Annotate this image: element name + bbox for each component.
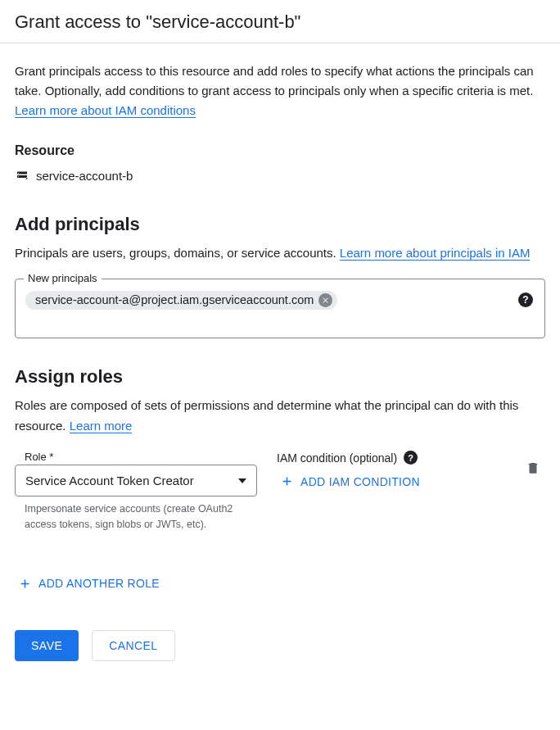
trash-icon: [526, 460, 540, 475]
intro-paragraph: Grant principals access to this resource…: [15, 61, 545, 120]
plus-icon: [18, 577, 32, 591]
learn-more-principals-link[interactable]: Learn more about principals in IAM: [340, 246, 531, 261]
add-condition-label: ADD IAM CONDITION: [300, 475, 420, 488]
role-select-column: Role * Service Account Token Creator Imp…: [15, 451, 257, 533]
condition-label-row: IAM condition (optional) ?: [277, 451, 506, 465]
resource-row: service-account-b: [15, 168, 545, 183]
role-helper-text: Impersonate service accounts (create OAu…: [15, 496, 257, 533]
condition-label: IAM condition (optional): [277, 451, 397, 465]
resource-name: service-account-b: [36, 169, 133, 183]
roles-heading: Assign roles: [15, 366, 545, 388]
learn-more-conditions-link[interactable]: Learn more about IAM conditions: [15, 103, 196, 118]
delete-column: [526, 451, 545, 478]
role-assignment-row: Role * Service Account Token Creator Imp…: [15, 451, 545, 533]
chevron-down-icon: [238, 478, 246, 483]
condition-column: IAM condition (optional) ? ADD IAM CONDI…: [277, 451, 506, 493]
add-another-role-button[interactable]: ADD ANOTHER ROLE: [15, 572, 163, 596]
remove-chip-button[interactable]: [318, 293, 332, 307]
new-principals-label: New principals: [24, 272, 102, 284]
principals-description: Principals are users, groups, domains, o…: [15, 243, 545, 264]
footer-actions: SAVE CANCEL: [15, 630, 545, 661]
roles-description: Roles are composed of sets of permission…: [15, 396, 545, 437]
add-iam-condition-button[interactable]: ADD IAM CONDITION: [277, 469, 423, 493]
dialog-title: Grant access to "service-account-b": [15, 11, 545, 33]
add-another-role-label: ADD ANOTHER ROLE: [38, 577, 160, 590]
principals-help-button[interactable]: ?: [518, 292, 533, 307]
plus-icon: [280, 474, 294, 488]
delete-role-button[interactable]: [526, 460, 540, 478]
role-field-label: Role *: [15, 451, 257, 463]
learn-more-roles-link[interactable]: Learn more: [70, 419, 133, 433]
principal-chip-text: service-account-a@project.iam.gserviceac…: [35, 293, 314, 306]
save-button[interactable]: SAVE: [15, 630, 79, 661]
principals-heading: Add principals: [15, 214, 545, 235]
dialog-header: Grant access to "service-account-b": [0, 0, 560, 43]
principal-chip: service-account-a@project.iam.gserviceac…: [25, 291, 337, 310]
principals-section: Add principals Principals are users, gro…: [15, 214, 545, 338]
principals-desc-text: Principals are users, groups, domains, o…: [15, 246, 340, 260]
resource-heading: Resource: [15, 143, 545, 158]
dialog-content: Grant principals access to this resource…: [0, 43, 560, 679]
service-account-icon: [15, 168, 29, 183]
close-icon: [321, 296, 330, 305]
resource-section: Resource service-account-b: [15, 143, 545, 183]
role-selected-value: Service Account Token Creator: [25, 474, 194, 487]
cancel-button[interactable]: CANCEL: [92, 630, 174, 661]
condition-help-button[interactable]: ?: [404, 451, 418, 465]
new-principals-input[interactable]: New principals service-account-a@project…: [15, 279, 545, 338]
intro-text: Grant principals access to this resource…: [15, 64, 534, 97]
role-select-dropdown[interactable]: Service Account Token Creator: [15, 465, 257, 496]
roles-section: Assign roles Roles are composed of sets …: [15, 366, 545, 596]
